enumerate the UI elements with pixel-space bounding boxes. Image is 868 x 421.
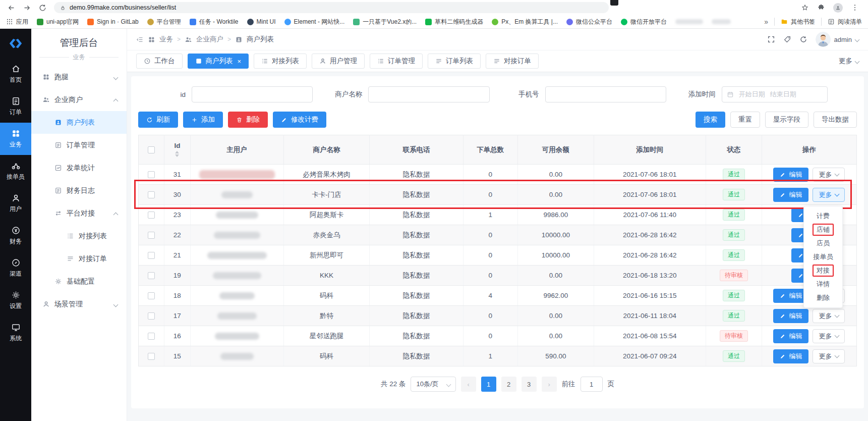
goto-page-input[interactable] — [581, 377, 603, 392]
more-button[interactable]: 更多 — [813, 168, 845, 182]
rail-item-system[interactable]: 系统 — [0, 317, 31, 349]
search-button[interactable]: 搜索 — [696, 112, 725, 128]
back-icon[interactable] — [7, 4, 16, 12]
row-checkbox[interactable] — [148, 252, 155, 259]
sidebar-item-scene-mgmt[interactable]: 场景管理 — [31, 293, 127, 315]
bookmarks-overflow[interactable]: » — [764, 18, 768, 26]
row-checkbox[interactable] — [148, 292, 155, 299]
sidebar-item-dispatch-stats[interactable]: 发单统计 — [31, 156, 127, 179]
bookmark-pxem[interactable]: Px、Em 换算工具 |... — [492, 18, 558, 26]
rail-item-home[interactable]: 首页 — [0, 58, 31, 90]
refresh-button[interactable]: 刷新 — [138, 112, 178, 128]
phone-filter-input[interactable] — [545, 86, 666, 102]
row-checkbox[interactable] — [148, 353, 155, 360]
reset-button[interactable]: 重置 — [730, 112, 760, 128]
add-button[interactable]: 添加 — [183, 112, 223, 128]
dropdown-item-shop[interactable]: 店铺 — [813, 224, 834, 236]
id-filter-input[interactable] — [192, 86, 313, 102]
rail-item-couriers[interactable]: 接单员 — [0, 155, 31, 187]
row-checkbox[interactable] — [148, 212, 155, 219]
forward-icon[interactable] — [23, 4, 31, 12]
page-button-2[interactable]: 2 — [501, 377, 516, 392]
more-button[interactable]: 更多 — [813, 349, 845, 363]
show-fields-button[interactable]: 显示字段 — [765, 112, 808, 128]
tab-connect-orders[interactable]: 对接订单 — [486, 54, 539, 69]
prev-page-button[interactable]: ‹ — [461, 377, 476, 392]
row-checkbox[interactable] — [148, 312, 155, 320]
bookmark-uniapp[interactable]: uni-app官网 — [37, 18, 79, 26]
page-button-3[interactable]: 3 — [522, 377, 537, 392]
bookmark-worktile[interactable]: 任务 - Worktile — [190, 18, 239, 26]
sidebar-item-errand[interactable]: 跑腿 — [31, 66, 127, 88]
row-checkbox[interactable] — [148, 272, 155, 279]
fullscreen-icon[interactable] — [767, 35, 775, 43]
bookmark-vue[interactable]: 一只基于Vue2.x的... — [353, 18, 417, 26]
sidebar-item-order-mgmt[interactable]: 订单管理 — [31, 134, 127, 156]
sidebar-item-connect-orders[interactable]: 对接订单 — [31, 247, 127, 270]
sidebar-item-base-config[interactable]: 基础配置 — [31, 270, 127, 293]
sidebar-item-platform-connect[interactable]: 平台对接 — [31, 202, 127, 225]
reload-icon[interactable] — [38, 4, 47, 12]
edit-button[interactable]: 编辑 — [773, 349, 808, 363]
bookmark-platform[interactable]: 平台管理 — [147, 18, 181, 26]
more-button-open[interactable]: 更多 — [813, 188, 845, 202]
next-page-button[interactable]: › — [542, 377, 557, 392]
bookmark-wechat-open[interactable]: 微信开放平台 — [621, 18, 667, 26]
breadcrumb-item[interactable]: 业务 — [159, 35, 173, 44]
dropdown-item-delete[interactable]: 删除 — [814, 292, 833, 304]
sidebar-item-merchants[interactable]: 企业商户 — [31, 88, 127, 111]
browser-menu-icon[interactable] — [851, 4, 859, 12]
bookmark-gitlab[interactable]: Sign in · GitLab — [87, 18, 139, 25]
more-button[interactable]: 更多 — [813, 309, 845, 323]
tab-user-mgmt[interactable]: 用户管理 — [312, 54, 365, 69]
merchant-name-filter-input[interactable] — [368, 86, 489, 102]
export-data-button[interactable]: 导出数据 — [814, 112, 857, 128]
app-logo[interactable] — [0, 29, 31, 58]
address-bar[interactable]: demo.99make.com/business/seller/list — [54, 2, 609, 13]
breadcrumb-item[interactable]: 企业商户 — [196, 35, 223, 44]
date-range-picker[interactable]: 开始日期 结束日期 — [722, 86, 828, 102]
edit-button[interactable]: 编辑 — [773, 168, 808, 182]
per-page-select[interactable]: 10条/页 — [411, 377, 455, 392]
bookmark-apps[interactable]: 应用 — [6, 18, 28, 26]
edit-button[interactable]: 编辑 — [773, 329, 808, 343]
dropdown-item-billing[interactable]: 计费 — [814, 210, 833, 222]
user-menu[interactable]: admin — [816, 32, 859, 47]
browser-profile-avatar[interactable] — [833, 3, 843, 13]
rail-item-orders[interactable]: 订单 — [0, 90, 31, 123]
sort-icon[interactable] — [175, 151, 179, 157]
bookmark-wechat-mp[interactable]: 微信公众平台 — [566, 18, 612, 26]
sidebar-item-connect-list[interactable]: 对接列表 — [31, 225, 127, 247]
edit-button[interactable]: 编辑 — [773, 188, 808, 202]
row-checkbox[interactable] — [148, 171, 155, 178]
sidebar-item-merchant-list[interactable]: 商户列表 — [31, 111, 127, 134]
dropdown-item-detail[interactable]: 详情 — [814, 278, 833, 290]
delete-button[interactable]: 删除 — [228, 112, 268, 128]
sidebar-item-finance-log[interactable]: 财务日志 — [31, 179, 127, 202]
modify-fee-button[interactable]: 修改计费 — [273, 112, 326, 128]
tag-icon[interactable] — [783, 35, 791, 43]
more-button[interactable]: 更多 — [813, 329, 845, 343]
rail-item-finance[interactable]: 财务 — [0, 220, 31, 252]
reading-list-button[interactable]: 阅读清单 — [828, 18, 862, 26]
page-button-1[interactable]: 1 — [481, 377, 496, 392]
tab-merchant-list[interactable]: 商户列表× — [188, 54, 249, 69]
tab-connect-list[interactable]: 对接列表 — [254, 54, 307, 69]
rail-item-business[interactable]: 业务 — [0, 123, 31, 155]
tab-order-mgmt[interactable]: 订单管理 — [370, 54, 423, 69]
rail-item-settings[interactable]: 设置 — [0, 284, 31, 317]
tab-order-list[interactable]: 订单列表 — [428, 54, 481, 69]
bookmark-qrcode[interactable]: 草料二维码生成器 — [425, 18, 483, 26]
dropdown-item-connect[interactable]: 对接 — [813, 265, 834, 277]
bookmark-mintui[interactable]: Mint UI — [247, 18, 276, 25]
select-all-checkbox[interactable] — [148, 146, 155, 153]
bookmark-element[interactable]: Element - 网站快... — [284, 18, 345, 26]
bookmark-star-icon[interactable] — [801, 4, 809, 12]
dropdown-item-courier[interactable]: 接单员 — [811, 251, 836, 263]
edit-button[interactable]: 编辑 — [773, 309, 808, 323]
refresh-icon[interactable] — [799, 35, 807, 43]
tabs-more-button[interactable]: 更多 — [839, 57, 859, 66]
rail-item-channels[interactable]: 渠道 — [0, 252, 31, 284]
extensions-puzzle-icon[interactable] — [817, 4, 825, 12]
close-icon[interactable]: × — [238, 58, 242, 65]
